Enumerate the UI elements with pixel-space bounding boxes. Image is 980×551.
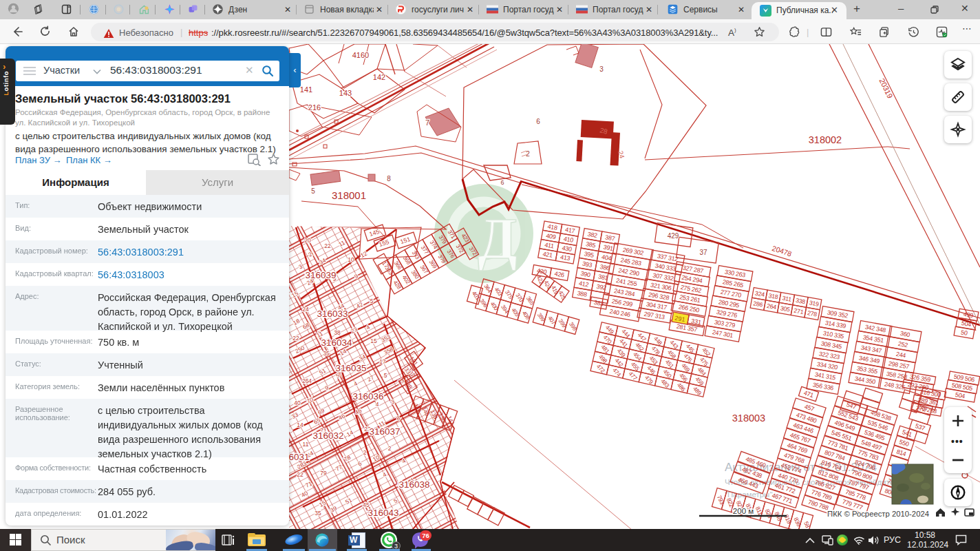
- svg-text:318003: 318003: [732, 413, 765, 424]
- svg-text:Д: Д: [478, 207, 518, 271]
- svg-text:22: 22: [324, 242, 331, 249]
- svg-text:6: 6: [500, 179, 504, 186]
- svg-text:35: 35: [315, 510, 321, 517]
- svg-text:22: 22: [292, 335, 299, 342]
- svg-text:5: 5: [384, 372, 387, 379]
- svg-text:141: 141: [300, 85, 312, 94]
- svg-text:79: 79: [320, 470, 327, 477]
- svg-text:10: 10: [348, 256, 354, 263]
- svg-text:316034: 316034: [321, 337, 352, 348]
- svg-text:17: 17: [379, 358, 386, 365]
- svg-text:318001: 318001: [332, 189, 366, 201]
- svg-text:316035: 316035: [335, 363, 366, 373]
- svg-text:316038: 316038: [398, 479, 429, 490]
- svg-text:5: 5: [311, 187, 315, 195]
- svg-text:143: 143: [339, 89, 352, 97]
- svg-text:8: 8: [387, 175, 391, 183]
- svg-text:318002: 318002: [809, 134, 842, 145]
- svg-text:316039: 316039: [305, 270, 336, 280]
- svg-text:20: 20: [304, 237, 311, 244]
- svg-text:2: 2: [388, 445, 392, 452]
- svg-text:6: 6: [536, 118, 540, 125]
- svg-text:316033: 316033: [317, 309, 348, 319]
- svg-text:2: 2: [526, 150, 530, 158]
- svg-text:429: 429: [668, 232, 679, 240]
- svg-text:37: 37: [699, 249, 707, 256]
- svg-text:316037: 316037: [369, 426, 400, 437]
- svg-text:2: 2: [363, 449, 367, 456]
- svg-text:38: 38: [334, 329, 341, 336]
- svg-text:7: 7: [425, 118, 429, 127]
- svg-text:ПКК © Росреестр 2010-2024: ПКК © Росреестр 2010-2024: [827, 510, 929, 518]
- svg-text:316032: 316032: [312, 430, 343, 441]
- svg-text:4: 4: [376, 401, 379, 408]
- svg-text:316043: 316043: [368, 508, 398, 518]
- svg-text:15: 15: [370, 337, 377, 344]
- svg-text:3: 3: [599, 65, 604, 73]
- svg-text:142: 142: [373, 73, 385, 81]
- svg-text:316036: 316036: [352, 391, 383, 402]
- svg-text:24: 24: [302, 306, 309, 313]
- svg-text:264: 264: [302, 377, 312, 384]
- svg-text:5: 5: [370, 298, 374, 304]
- svg-text:11: 11: [303, 441, 309, 448]
- svg-text:35: 35: [323, 350, 330, 357]
- svg-text:216: 216: [308, 103, 321, 112]
- svg-text:200 м: 200 м: [733, 507, 754, 515]
- svg-text:40: 40: [294, 399, 301, 406]
- svg-text:4160: 4160: [352, 51, 369, 59]
- svg-text:14: 14: [297, 422, 303, 428]
- svg-text:22: 22: [297, 471, 303, 478]
